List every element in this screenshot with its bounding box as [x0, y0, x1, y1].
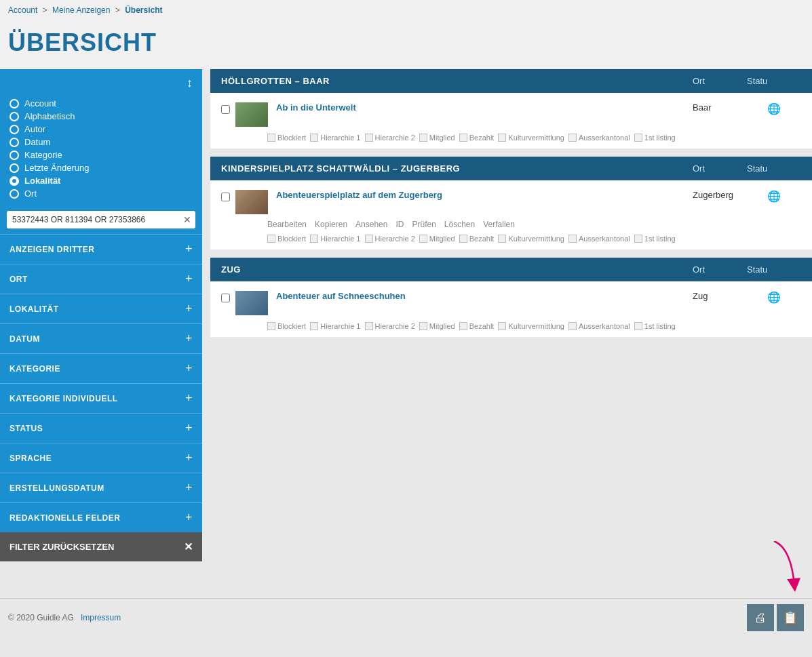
listing-title-2: Abenteuerspielplatz auf dem Zugerberg	[276, 190, 693, 200]
sidebar-section-plus-redaktionelle_felder[interactable]: +	[185, 511, 193, 525]
sidebar-section-plus-status[interactable]: +	[185, 421, 193, 435]
tag-checkbox[interactable]	[310, 134, 318, 142]
print-button[interactable]: 🖨	[747, 604, 774, 631]
sidebar-section-header-redaktionelle_felder[interactable]: REDAKTIONELLE FELDER +	[0, 503, 202, 532]
sidebar-section-plus-lokalitaet[interactable]: +	[185, 302, 193, 316]
sidebar-section-header-kategorie[interactable]: KATEGORIE +	[0, 354, 202, 383]
tag-checkbox[interactable]	[459, 235, 467, 243]
tag-ausserkantonal-2: Ausserkantonal	[568, 235, 630, 243]
tag-checkbox[interactable]	[634, 134, 642, 142]
listing-link-3[interactable]: Abenteuer auf Schneeschuhen	[276, 291, 406, 301]
radio-label-alphabetisch: Alphabetisch	[24, 111, 75, 121]
listing-checkbox-2[interactable]	[221, 193, 230, 201]
sidebar-section-plus-datum[interactable]: +	[185, 332, 193, 346]
sidebar-radio-section: Account Alphabetisch Autor Datum Kategor…	[0, 94, 202, 208]
action-kopieren-2[interactable]: Kopieren	[315, 220, 347, 229]
tag-checkbox[interactable]	[568, 134, 577, 142]
filter-reset-button[interactable]: FILTER ZURÜCKSETZEN ✕	[0, 532, 202, 561]
tag-checkbox[interactable]	[634, 235, 642, 243]
sidebar-radio-ort[interactable]: Ort	[9, 188, 193, 199]
listing-link-2[interactable]: Abenteuerspielplatz auf dem Zugerberg	[276, 190, 442, 200]
tag-checkbox[interactable]	[459, 134, 467, 142]
action-verfallen-2[interactable]: Verfallen	[483, 220, 515, 229]
listing-row-2: Abenteuerspielplatz auf dem Zugerberg Zu…	[210, 180, 812, 250]
action-prüfen-2[interactable]: Prüfen	[412, 220, 436, 229]
sidebar-radio-autor[interactable]: Autor	[9, 124, 193, 134]
sidebar-section-label-redaktionelle_felder: REDAKTIONELLE FELDER	[9, 513, 120, 523]
tag-blockiert-3: Blockiert	[267, 322, 306, 330]
radio-circle-letzte_aenderung	[9, 163, 19, 173]
tag-checkbox[interactable]	[498, 134, 506, 142]
sidebar-section-plus-sprache[interactable]: +	[185, 451, 193, 465]
listing-link-1[interactable]: Ab in die Unterwelt	[276, 102, 356, 113]
tag-checkbox[interactable]	[267, 235, 275, 243]
breadcrumb-account[interactable]: Account	[8, 5, 37, 15]
export-button[interactable]: 📋	[777, 604, 804, 631]
sidebar-section-plus-kategorie_individuell[interactable]: +	[185, 391, 193, 405]
sidebar-sort[interactable]: ↕	[0, 69, 202, 94]
tag-checkbox[interactable]	[419, 322, 427, 330]
sidebar-section-plus-erstellungsdatum[interactable]: +	[185, 481, 193, 495]
sort-icon[interactable]: ↕	[187, 76, 193, 90]
sidebar-section-header-sprache[interactable]: SPRACHE +	[0, 443, 202, 473]
listing-title-1: Ab in die Unterwelt	[276, 102, 693, 113]
tag-checkbox[interactable]	[419, 235, 427, 243]
search-input[interactable]	[7, 211, 195, 228]
sidebar-radio-account[interactable]: Account	[9, 98, 193, 108]
action-löschen-2[interactable]: Löschen	[444, 220, 475, 229]
tag-checkbox[interactable]	[365, 322, 373, 330]
sidebar-section-plus-ort[interactable]: +	[185, 272, 193, 286]
search-clear-button[interactable]: ✕	[183, 214, 191, 225]
sidebar-section-plus-kategorie[interactable]: +	[185, 361, 193, 376]
tag-checkbox[interactable]	[310, 235, 318, 243]
action-bearbeiten-2[interactable]: Bearbeiten	[267, 220, 307, 229]
sidebar-radio-datum[interactable]: Datum	[9, 137, 193, 147]
radio-circle-autor	[9, 125, 19, 134]
sidebar-section-header-kategorie_individuell[interactable]: KATEGORIE INDIVIDUELL +	[0, 384, 202, 413]
tag-bezahlt-3: Bezahlt	[459, 322, 495, 330]
tag-checkbox[interactable]	[498, 322, 506, 330]
group-title-hoellgrotten: HÖLLGROTTEN – BAAR	[221, 76, 693, 86]
sidebar-radio-letzte_aenderung[interactable]: Letzte Änderung	[9, 163, 193, 173]
group-title-kinderspielplatz: KINDERSPIELPLATZ SCHATTWÄLDLI – ZUGERBER…	[221, 163, 693, 174]
group-header-zug: ZUG Ort Statu	[210, 258, 812, 281]
tag-checkbox[interactable]	[568, 322, 577, 330]
sidebar-section-header-anzeigen_dritter[interactable]: ANZEIGEN DRITTER +	[0, 235, 202, 264]
tag-checkbox[interactable]	[365, 235, 373, 243]
group-col-status-hoellgrotten: Statu	[747, 76, 801, 86]
sidebar-radio-kategorie[interactable]: Kategorie	[9, 150, 193, 160]
tag-label: Blockiert	[277, 134, 306, 142]
tag-1st-listing-3: 1st listing	[634, 322, 676, 330]
sidebar-section-redaktionelle_felder: REDAKTIONELLE FELDER +	[0, 502, 202, 532]
breadcrumb-meine-anzeigen[interactable]: Meine Anzeigen	[52, 5, 110, 15]
action-id-2[interactable]: ID	[395, 220, 404, 229]
sidebar-radio-alphabetisch[interactable]: Alphabetisch	[9, 111, 193, 121]
sidebar-section-header-erstellungsdatum[interactable]: ERSTELLUNGSDATUM +	[0, 473, 202, 502]
tag-checkbox[interactable]	[365, 134, 373, 142]
sidebar-section-header-datum[interactable]: DATUM +	[0, 324, 202, 353]
sidebar-sections: ANZEIGEN DRITTER + ORT + LOKALITÄT + DAT…	[0, 234, 202, 532]
tag-mitglied-1: Mitglied	[419, 134, 455, 142]
tag-checkbox[interactable]	[498, 235, 506, 243]
sidebar-section-header-lokalitaet[interactable]: LOKALITÄT +	[0, 294, 202, 323]
action-ansehen-2[interactable]: Ansehen	[355, 220, 387, 229]
tag-checkbox[interactable]	[267, 322, 275, 330]
impressum-link[interactable]: Impressum	[81, 613, 121, 622]
sidebar-radio-lokalitaet[interactable]: Lokalität	[9, 176, 193, 186]
tag-checkbox[interactable]	[267, 134, 275, 142]
tag-checkbox[interactable]	[459, 322, 467, 330]
sidebar-section-kategorie: KATEGORIE +	[0, 353, 202, 383]
sidebar-section-label-lokalitaet: LOKALITÄT	[9, 304, 59, 314]
tag-checkbox[interactable]	[568, 235, 577, 243]
tag-checkbox[interactable]	[310, 322, 318, 330]
listing-tags-1: Blockiert Hierarchie 1 Hierarchie 2 Mitg…	[221, 130, 801, 148]
radio-label-datum: Datum	[24, 137, 50, 147]
tag-checkbox[interactable]	[634, 322, 642, 330]
sidebar-section-plus-anzeigen_dritter[interactable]: +	[185, 242, 193, 256]
sidebar-section-header-ort[interactable]: ORT +	[0, 264, 202, 294]
listing-checkbox-1[interactable]	[221, 105, 230, 114]
sidebar-section-header-status[interactable]: STATUS +	[0, 414, 202, 443]
tag-checkbox[interactable]	[419, 134, 427, 142]
group-col-ort-hoellgrotten: Ort	[693, 76, 747, 86]
listing-checkbox-3[interactable]	[221, 294, 230, 302]
